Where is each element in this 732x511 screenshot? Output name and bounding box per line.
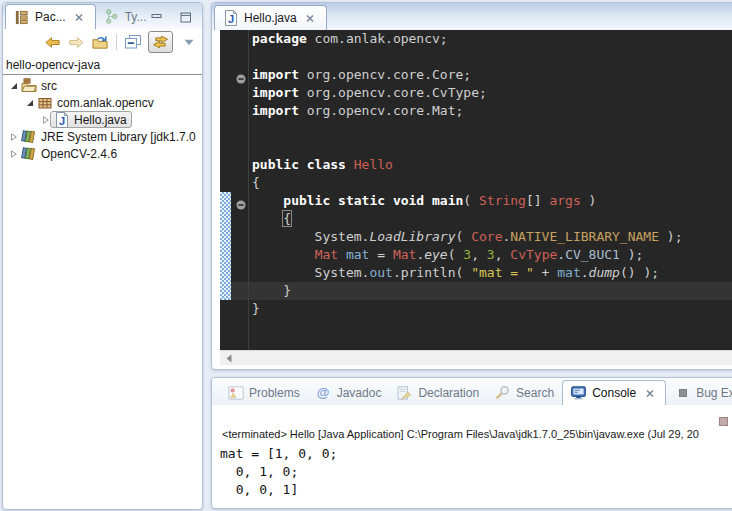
code-token: import — [252, 103, 299, 118]
code-token — [346, 157, 354, 172]
code-token: ( — [456, 229, 472, 244]
code-token: Core — [471, 229, 502, 244]
library-icon — [20, 146, 37, 162]
tree-item-opencv-2-4-6[interactable]: OpenCV-2.4.6 — [3, 145, 202, 162]
code-token: org.opencv.core.Mat; — [299, 103, 463, 118]
fold-collapse-icon[interactable] — [236, 70, 246, 80]
code-token: System. — [252, 265, 369, 280]
code-token: ( — [463, 193, 479, 208]
code-token: System. — [252, 229, 369, 244]
tree-item-body[interactable]: JRE System Library [jdk1.7.0 — [20, 129, 196, 145]
tree-collapsed-icon[interactable] — [7, 133, 20, 141]
minimize-icon[interactable] — [148, 9, 165, 25]
tree-collapsed-icon[interactable] — [7, 150, 20, 158]
svg-text:J: J — [228, 13, 234, 25]
code-token — [252, 211, 283, 226]
code-line-1: package com.anlak.opencv; — [252, 30, 683, 48]
close-icon[interactable] — [641, 385, 658, 401]
code-token: eye — [424, 247, 447, 262]
code-token: out — [369, 265, 392, 280]
code-token — [252, 247, 315, 262]
code-line-6 — [252, 120, 683, 138]
code-text[interactable]: package com.anlak.opencv;import org.open… — [252, 30, 683, 318]
code-line-8: public class Hello — [252, 156, 683, 174]
tab-label: Ty... — [125, 10, 147, 24]
problems-icon — [227, 385, 244, 401]
tab-label: Bug Explorer — [696, 386, 732, 400]
java-file-icon: J — [222, 10, 239, 26]
console-icon — [570, 385, 587, 401]
code-token — [252, 193, 283, 208]
bottom-tab-problems[interactable]: Problems — [220, 380, 307, 405]
code-token: ) — [581, 193, 597, 208]
code-line-5: import org.opencv.core.Mat; — [252, 102, 683, 120]
package-explorer-tab-ty[interactable]: Ty... — [96, 4, 154, 29]
code-token: Hello — [354, 157, 393, 172]
tree-expanded-icon[interactable] — [7, 82, 20, 90]
code-line-4: import org.opencv.core.CvType; — [252, 84, 683, 102]
bottom-tab-console[interactable]: Console — [562, 380, 666, 405]
code-line-14: System.out.println( "mat = " + mat.dump(… — [252, 264, 683, 282]
code-token: "mat = " — [471, 265, 534, 280]
type-hierarchy-icon — [103, 9, 120, 25]
code-token: Mat — [315, 247, 338, 262]
code-line-16: } — [252, 300, 683, 318]
tree-item-src[interactable]: src — [3, 77, 202, 94]
tab-label: Declaration — [418, 386, 479, 400]
tree-item-com-anlak-opencv[interactable]: com.anlak.opencv — [3, 94, 202, 111]
code-line-3: import org.opencv.core.Core; — [252, 66, 683, 84]
close-icon[interactable] — [302, 10, 319, 26]
code-token: args — [549, 193, 580, 208]
tree-item-label: JRE System Library [jdk1.7.0 — [41, 130, 196, 144]
code-token — [338, 247, 346, 262]
horizontal-scrollbar[interactable] — [220, 350, 732, 365]
editor-panel: JHello.java package com.anlak.opencv;imp… — [211, 2, 732, 370]
package-explorer-tab-pac[interactable]: Pac... — [5, 4, 96, 29]
range-indicator — [220, 192, 231, 300]
back-arrow-icon[interactable] — [44, 34, 61, 50]
code-token: LoadLibrary — [369, 229, 455, 244]
editor-tab-hello-java[interactable]: JHello.java — [214, 5, 327, 30]
code-token: } — [252, 301, 260, 316]
tree-item-body[interactable]: com.anlak.opencv — [36, 95, 154, 111]
bottom-tabbar: Problems@JavadocDeclarationSearchConsole… — [212, 378, 732, 405]
bottom-tab-declaration[interactable]: Declaration — [389, 380, 486, 405]
bottom-tab-search[interactable]: Search — [487, 380, 561, 405]
code-token: , — [495, 247, 511, 262]
tree-item-body[interactable]: OpenCV-2.4.6 — [20, 146, 117, 162]
console-toolbar-icon[interactable] — [719, 417, 728, 426]
ruler-separator — [248, 30, 249, 350]
bug-icon — [674, 385, 691, 401]
maximize-icon[interactable] — [177, 9, 194, 25]
tree-item-body[interactable]: src — [20, 78, 57, 94]
fold-collapse-icon[interactable] — [236, 196, 246, 206]
code-line-7 — [252, 138, 683, 156]
bottom-view-panel: Problems@JavadocDeclarationSearchConsole… — [211, 377, 732, 509]
code-editor[interactable]: package com.anlak.opencv;import org.open… — [220, 30, 732, 350]
tree-item-jre-system-library-jdk1-7-0[interactable]: JRE System Library [jdk1.7.0 — [3, 128, 202, 145]
code-token: ); — [659, 229, 682, 244]
link-with-editor-button[interactable] — [148, 31, 173, 53]
collapse-all-icon[interactable] — [124, 34, 141, 50]
code-token: Mat — [393, 247, 416, 262]
package-icon — [36, 95, 53, 111]
package-explorer-toolbar — [3, 29, 202, 55]
toolbar-separator — [116, 34, 117, 50]
code-token: 3 — [463, 247, 471, 262]
console-output[interactable]: mat = [1, 0, 0; 0, 1, 0; 0, 0, 1] — [212, 440, 732, 499]
forward-arrow-icon[interactable] — [68, 34, 85, 50]
code-token: 3 — [487, 247, 495, 262]
view-menu-icon[interactable] — [180, 34, 197, 50]
code-token: [] — [526, 193, 549, 208]
close-icon[interactable] — [71, 9, 88, 25]
bottom-tab-javadoc[interactable]: @Javadoc — [308, 380, 389, 405]
up-folder-icon[interactable] — [92, 34, 109, 50]
tree-expanded-icon[interactable] — [23, 99, 36, 107]
console-line: 0, 0, 1] — [220, 481, 732, 499]
project-label: hello-opencv-java — [3, 55, 202, 75]
scroll-left-arrow-icon[interactable] — [224, 350, 234, 366]
tree-item-hello-java[interactable]: JHello.java — [3, 111, 202, 128]
code-token: ( — [448, 247, 464, 262]
selected-tree-item[interactable]: JHello.java — [50, 111, 132, 128]
bottom-tab-bug-explorer[interactable]: Bug Explorer — [667, 380, 732, 405]
